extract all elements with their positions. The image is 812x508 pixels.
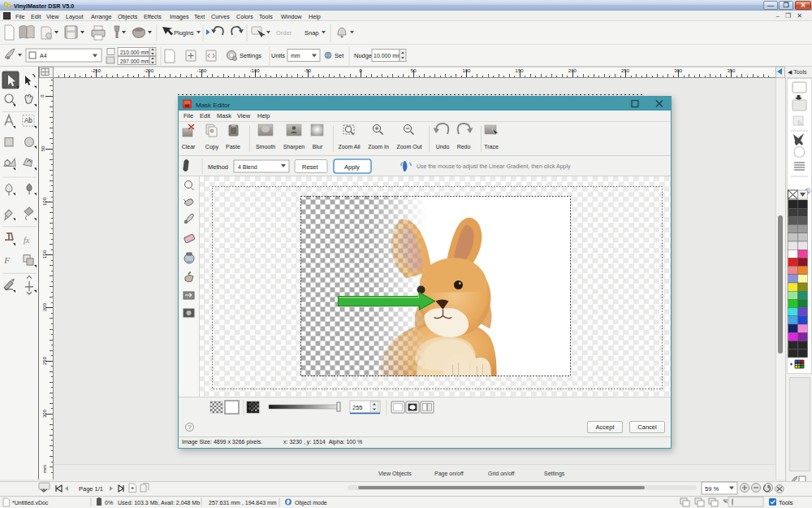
svg-text:Set: Set xyxy=(335,52,344,59)
svg-text:4 Blend: 4 Blend xyxy=(238,164,257,170)
svg-text:Snap: Snap xyxy=(304,29,319,37)
svg-text:Use the mouse to adjust the Li: Use the mouse to adjust the Linear Gradi… xyxy=(417,163,571,170)
svg-text:*Untitled.vDoc: *Untitled.vDoc xyxy=(12,500,49,506)
svg-text:Units: Units xyxy=(271,52,285,59)
svg-text:Tools: Tools xyxy=(779,499,793,506)
svg-text:Zoom Out: Zoom Out xyxy=(396,144,421,150)
svg-text:Smooth: Smooth xyxy=(256,144,275,150)
svg-text:257.631 mm , 194.843 mm: 257.631 mm , 194.843 mm xyxy=(209,500,277,506)
svg-text:10.000 mm: 10.000 mm xyxy=(374,53,402,59)
svg-text:Redo: Redo xyxy=(457,144,471,150)
svg-text:Settings: Settings xyxy=(240,52,261,59)
svg-text:Nudge: Nudge xyxy=(354,52,372,59)
svg-text:Trace: Trace xyxy=(484,144,499,150)
svg-text:mm: mm xyxy=(291,53,300,59)
svg-text:Clear: Clear xyxy=(182,144,196,150)
svg-text:Page 1/1: Page 1/1 xyxy=(79,485,103,493)
svg-text:Sharpen: Sharpen xyxy=(283,144,305,150)
svg-text:Ab: Ab xyxy=(24,117,32,124)
svg-text:Mask Editor: Mask Editor xyxy=(196,102,231,109)
svg-text:0%: 0% xyxy=(105,500,113,506)
svg-text:Object mode: Object mode xyxy=(295,500,327,506)
svg-text:Method: Method xyxy=(208,163,228,171)
svg-text:Used: 103.3 Mb, Avail: 2,048 M: Used: 103.3 Mb, Avail: 2,048 Mb xyxy=(118,500,200,506)
svg-text:A4: A4 xyxy=(40,53,47,59)
svg-text:Zoom All: Zoom All xyxy=(338,144,361,150)
svg-text:255: 255 xyxy=(352,404,363,411)
svg-text:Copy: Copy xyxy=(205,144,219,150)
svg-text:59 %: 59 % xyxy=(705,485,719,493)
svg-text:Zoom In: Zoom In xyxy=(368,144,389,150)
svg-text:Paste: Paste xyxy=(226,144,240,150)
svg-text:Plugins: Plugins xyxy=(174,29,194,37)
svg-text:Apply: Apply xyxy=(344,163,360,171)
svg-text:Blur: Blur xyxy=(313,144,323,150)
svg-text:210.000 mm: 210.000 mm xyxy=(120,50,149,55)
svg-text:fx: fx xyxy=(24,236,30,245)
svg-text:Undo: Undo xyxy=(436,144,450,150)
svg-text:Reset: Reset xyxy=(302,163,319,171)
svg-text:Order: Order xyxy=(276,29,292,37)
svg-text:297.000 mm: 297.000 mm xyxy=(120,59,149,64)
svg-text:F: F xyxy=(3,255,11,265)
